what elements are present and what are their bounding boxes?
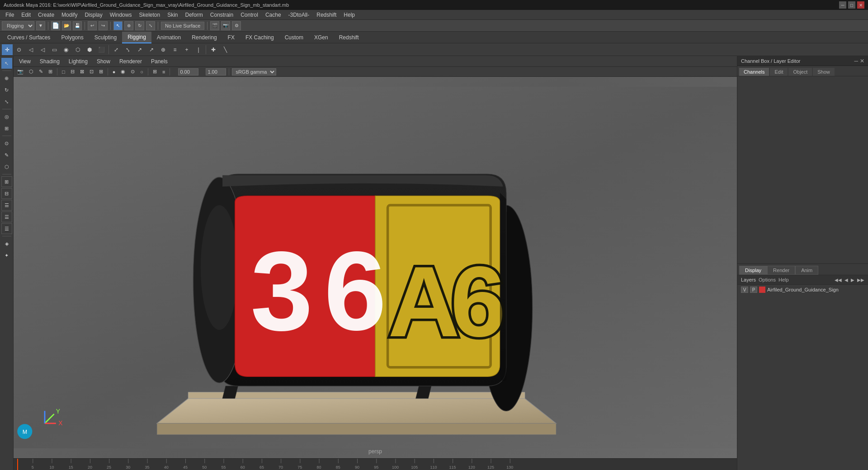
lt-layer2[interactable]: ⊟	[1, 188, 12, 199]
layer-playback-toggle[interactable]: P	[750, 287, 757, 293]
shelf-snap6[interactable]: ≡	[170, 44, 180, 55]
layer-color-swatch[interactable]	[759, 287, 765, 293]
menu-edit[interactable]: Edit	[18, 11, 34, 19]
vh-renderer[interactable]: Renderer	[118, 57, 144, 66]
shelf-cross[interactable]: ✚	[208, 44, 219, 55]
lt-scale-tool[interactable]: ⤡	[1, 96, 12, 107]
lt-soft-sel[interactable]: ◎	[1, 111, 12, 122]
ws-btn-1[interactable]: ▼	[36, 21, 45, 30]
settings-btn[interactable]: ⚙	[232, 21, 241, 30]
menu-control[interactable]: Control	[237, 11, 262, 19]
redo-btn[interactable]: ↪	[99, 21, 108, 30]
scale-mode-btn[interactable]: ⤡	[146, 21, 155, 30]
lt-paint[interactable]: ✎	[1, 150, 12, 160]
shelf-paint[interactable]: ◁	[25, 44, 36, 55]
lt-sculpt[interactable]: ⬡	[1, 161, 12, 172]
rp-nav-prev[interactable]: ◀	[844, 277, 848, 282]
menu-skin[interactable]: Skin	[164, 11, 181, 19]
no-live-surface-btn[interactable]: No Live Surface	[161, 22, 204, 30]
tab-rigging[interactable]: Rigging	[122, 32, 151, 43]
shelf-snap1[interactable]: ⤢	[111, 44, 122, 55]
rp-layer-tab-options[interactable]: Options	[759, 277, 776, 282]
timeline-ruler[interactable]	[14, 459, 737, 470]
rp-display-tab-anim[interactable]: Anim	[795, 266, 818, 275]
vt-item2[interactable]: ✎	[37, 68, 45, 75]
menu-cache[interactable]: Cache	[262, 11, 285, 19]
vt-view1[interactable]: □	[60, 69, 67, 75]
vt-shade3[interactable]: ⊙	[129, 68, 137, 75]
tab-fx-caching[interactable]: FX Caching	[240, 32, 279, 43]
shelf-tool2[interactable]: ⬛	[96, 44, 107, 55]
rp-tab-edit[interactable]: Edit	[770, 68, 788, 76]
menu-windows[interactable]: Windows	[106, 11, 136, 19]
rp-display-tab-display[interactable]: Display	[739, 266, 767, 275]
vt-val1-input[interactable]: 0.00	[178, 68, 198, 75]
shelf-lasso[interactable]: ⊙	[14, 44, 24, 55]
tab-xgen[interactable]: XGen	[309, 32, 334, 43]
window-controls[interactable]: ─ □ ✕	[839, 1, 864, 9]
save-scene-btn[interactable]: 💾	[73, 21, 82, 30]
open-scene-btn[interactable]: 📂	[62, 21, 71, 30]
maximize-button[interactable]: □	[848, 1, 855, 9]
lt-move-tool[interactable]: ⊕	[1, 73, 12, 84]
lt-layer5[interactable]: ☰	[1, 223, 12, 234]
tab-redshift[interactable]: Redshift	[334, 32, 364, 43]
vt-view4[interactable]: ⊡	[88, 68, 95, 75]
rp-collapse-btn[interactable]: ─	[854, 58, 858, 64]
layer-visibility-toggle[interactable]: V	[741, 287, 748, 293]
menu-3dtoall[interactable]: -3DtoAll-	[285, 11, 313, 19]
shelf-snap8[interactable]: |	[193, 44, 204, 55]
menu-skeleton[interactable]: Skeleton	[135, 11, 164, 19]
tab-animation[interactable]: Animation	[151, 32, 186, 43]
shelf-move[interactable]: ◁	[37, 44, 48, 55]
shelf-box-select[interactable]: ▭	[49, 44, 60, 55]
vt-shade2[interactable]: ◉	[119, 68, 127, 75]
vt-item1[interactable]: ⬡	[27, 68, 35, 75]
lt-layer3[interactable]: ☰	[1, 200, 12, 211]
vt-view5[interactable]: ⊞	[97, 68, 105, 75]
shelf-line[interactable]: ╲	[220, 44, 231, 55]
rp-tab-show[interactable]: Show	[813, 68, 835, 76]
tab-rendering[interactable]: Rendering	[186, 32, 222, 43]
move-mode-btn[interactable]: ⊕	[124, 21, 133, 30]
lt-layer4[interactable]: ☰	[1, 212, 12, 222]
vt-cam-btn[interactable]: 📷	[15, 68, 25, 75]
rp-close-btn[interactable]: ✕	[860, 58, 864, 64]
vt-val2-input[interactable]: 1.00	[206, 68, 226, 75]
ipr-btn[interactable]: 📷	[221, 21, 230, 30]
lt-misc1[interactable]: ◈	[1, 238, 12, 249]
rp-layer-tab-help[interactable]: Help	[778, 277, 789, 282]
vt-view3[interactable]: ⊠	[78, 68, 86, 75]
lt-misc2[interactable]: ✦	[1, 250, 12, 261]
shelf-snap7[interactable]: +	[181, 44, 192, 55]
lt-lasso[interactable]: ⊙	[1, 138, 12, 149]
rp-nav-last[interactable]: ▶▶	[857, 277, 864, 282]
menu-help[interactable]: Help	[340, 11, 359, 19]
vt-gamma-dropdown[interactable]: sRGB gamma	[232, 68, 276, 75]
render-btn[interactable]: 🎬	[210, 21, 219, 30]
vt-shade1[interactable]: ●	[111, 69, 118, 75]
vt-view2[interactable]: ⊟	[69, 68, 76, 75]
shelf-snap3[interactable]: ↗	[134, 44, 145, 55]
vt-grid[interactable]: ⊞	[151, 68, 159, 75]
rp-nav-first[interactable]: ◀◀	[835, 277, 842, 282]
menu-display[interactable]: Display	[81, 11, 106, 19]
vh-show[interactable]: Show	[95, 57, 112, 66]
rp-tab-object[interactable]: Object	[788, 68, 812, 76]
menu-file[interactable]: File	[2, 11, 18, 19]
vt-shade4[interactable]: ○	[138, 69, 145, 75]
menu-deform[interactable]: Deform	[182, 11, 207, 19]
new-scene-btn[interactable]: 📄	[51, 21, 60, 30]
rp-display-tab-render[interactable]: Render	[767, 266, 795, 275]
shelf-snap4[interactable]: ↗	[146, 44, 157, 55]
workspace-dropdown[interactable]: Rigging	[2, 21, 34, 30]
rotate-mode-btn[interactable]: ↻	[135, 21, 144, 30]
vt-hud[interactable]: ≡	[160, 69, 167, 75]
rp-tab-channels[interactable]: Channels	[739, 68, 769, 76]
lt-layer1[interactable]: ⊞	[1, 176, 12, 187]
undo-btn[interactable]: ↩	[88, 21, 97, 30]
vt-item3[interactable]: ⊞	[47, 68, 54, 75]
viewport-canvas[interactable]: 3 6 A 6 Y X M	[14, 77, 737, 458]
rp-layer-tab-layers[interactable]: Layers	[741, 277, 756, 282]
tab-curves-surfaces[interactable]: Curves / Surfaces	[2, 32, 56, 43]
